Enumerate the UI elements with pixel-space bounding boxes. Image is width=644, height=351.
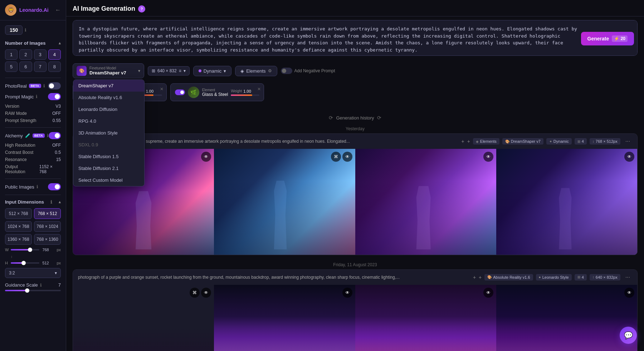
gen-image-1-2-eye-btn[interactable]: 👁: [342, 152, 352, 162]
gen-image-2-2-eye-btn[interactable]: 👁: [342, 288, 352, 298]
dim-btn-1024x768[interactable]: 1024 × 768: [5, 221, 32, 232]
input-dimensions-chevron[interactable]: ▴: [59, 200, 61, 204]
dim-btn-1360x768[interactable]: 1360 × 768: [5, 234, 32, 245]
gen-image-2-1-eye-btn[interactable]: 👁: [201, 288, 211, 298]
gen-row-2-more-btn[interactable]: ···: [623, 273, 632, 281]
num-btn-5[interactable]: 5: [5, 62, 18, 72]
num-images-chevron[interactable]: ▴: [59, 41, 61, 45]
dropdown-item-leonardo-diffusion[interactable]: Leonardo Diffusion: [73, 103, 144, 115]
gen-image-1-3-eye-btn[interactable]: 👁: [483, 152, 493, 162]
num-images-grid: 1 2 3 4 5 6 7 8: [5, 49, 61, 72]
num-btn-6[interactable]: 6: [19, 62, 32, 72]
num-btn-2[interactable]: 2: [19, 49, 32, 60]
alchemy-toggle[interactable]: [49, 132, 61, 139]
gen-row-1-add-btn[interactable]: +: [467, 138, 470, 144]
dropdown-item-3d-animation[interactable]: 3D Animation Style: [73, 127, 144, 139]
resonance-val: 15: [56, 157, 61, 162]
photo-real-label: PhotoReal BETA ℹ: [5, 83, 45, 89]
gen-row-2-expand-btn[interactable]: +: [473, 274, 476, 280]
generate-token-badge: ⚡ 20: [612, 35, 628, 42]
dropdown-item-dreamshaperv7[interactable]: DreamShaper v7: [73, 80, 144, 92]
alchemy-label: Alchemy 🧪 BETA ℹ: [5, 133, 49, 138]
element1-close-button[interactable]: ✕: [160, 87, 164, 92]
gen-image-1-3[interactable]: 👁: [355, 149, 496, 255]
neg-prompt-toggle[interactable]: Add Negative Prompt: [281, 68, 335, 74]
guidance-scale-info-icon[interactable]: ℹ: [40, 283, 42, 288]
dim-btn-768x1024[interactable]: 768 × 1024: [34, 221, 61, 232]
alchemy-info-icon[interactable]: ℹ: [47, 133, 49, 138]
resolution-badge[interactable]: ⊞ 640 × 832 ≡ ▾: [148, 66, 190, 75]
dropdown-item-sd21[interactable]: Stable Diffusion 2.1: [73, 162, 144, 174]
prompt-textarea[interactable]: [73, 20, 638, 56]
token-count: 150: [5, 25, 23, 35]
prompt-magic-toggle[interactable]: [48, 93, 61, 100]
public-images-toggle[interactable]: [48, 183, 61, 190]
version-val: V3: [55, 104, 61, 109]
num-btn-3[interactable]: 3: [34, 49, 47, 60]
style-dot: [199, 69, 201, 72]
num-btn-1[interactable]: 1: [5, 49, 18, 60]
element2-toggle[interactable]: [175, 89, 185, 95]
gen-image-2-1-wand-btn[interactable]: ⌘: [190, 288, 200, 298]
dropdown-item-sd15[interactable]: Stable Diffusion 1.5: [73, 151, 144, 162]
input-dimensions-info-icon[interactable]: ℹ: [50, 200, 52, 205]
num-btn-8[interactable]: 8: [48, 62, 61, 72]
public-images-info-icon[interactable]: ℹ: [36, 184, 38, 189]
dim-btn-512x768[interactable]: 512 × 768: [5, 208, 32, 219]
gen-image-2-3[interactable]: 👁: [355, 285, 496, 351]
sidebar-header: 🦁 Leonardo.Ai ←: [0, 0, 66, 20]
high-res-row: High Resolution OFF: [5, 143, 61, 148]
gen-image-2-2[interactable]: 👁: [214, 285, 355, 351]
gen-image-2-4-actions: 👁: [624, 288, 634, 298]
page-info-button[interactable]: ?: [138, 5, 145, 13]
public-images-row: Public Images ℹ: [5, 183, 61, 190]
photo-real-toggle[interactable]: [48, 82, 61, 89]
gen-image-2-4[interactable]: 👁: [496, 285, 637, 351]
gen-image-1-1-eye-btn[interactable]: 👁: [201, 152, 211, 162]
num-btn-4[interactable]: 4: [48, 49, 61, 60]
gen-image-1-4[interactable]: 👁: [496, 149, 637, 255]
dim-btn-768x1360[interactable]: 768 × 1360: [34, 234, 61, 245]
token-info-icon[interactable]: ℹ: [25, 28, 26, 33]
gen-image-2-1[interactable]: ⌘ 👁: [73, 285, 214, 351]
model-selector[interactable]: 🎨 Finetuned Model DreamShaper v7 ▾ Dream…: [73, 63, 144, 78]
num-btn-7[interactable]: 7: [34, 62, 47, 72]
guidance-slider-track[interactable]: [5, 290, 61, 291]
generation-area[interactable]: ⟳ Generation history ⟳ Yesterday ...wher…: [66, 111, 644, 351]
dim-btn-768x512[interactable]: 768 × 512: [34, 208, 61, 219]
dropdown-item-rpg40[interactable]: RPG 4.0: [73, 115, 144, 127]
gen-row-2-add-btn[interactable]: +: [479, 274, 482, 280]
model-dropdown: DreamShaper v7 Absolute Reality v1.6 Leo…: [73, 79, 145, 186]
chat-bubble-button[interactable]: 💬: [620, 327, 637, 344]
height-slider-track[interactable]: [11, 262, 39, 264]
gen-image-1-4-overlay: 👁: [496, 149, 637, 255]
elements-button[interactable]: ◈ Elements ⚙: [235, 66, 277, 76]
gen-image-1-2[interactable]: ⌘ 👁: [214, 149, 355, 255]
back-button[interactable]: ←: [55, 7, 61, 13]
alchemy-row: Alchemy 🧪 BETA ℹ: [5, 132, 61, 139]
prompt-magic-info-icon[interactable]: ℹ: [36, 94, 38, 99]
element-cards: 🌊 Element Glass & Steel Weight 1.00 ✕ 🌿: [66, 81, 644, 103]
gen-image-2-4-eye-btn[interactable]: 👁: [624, 288, 634, 298]
gen-row-1-res-chip: ↕ 768 × 512px: [590, 138, 620, 145]
gen-row-1-expand-btn[interactable]: +: [461, 138, 464, 144]
element2-weight-bar[interactable]: [231, 94, 259, 96]
gen-row-1-more-btn[interactable]: ···: [623, 137, 632, 145]
raw-mode-row: RAW Mode OFF: [5, 111, 61, 116]
resonance-row: Resonance 15: [5, 157, 61, 162]
sidebar: 🦁 Leonardo.Ai ← 150 ℹ Number of Images ▴…: [0, 0, 66, 351]
dropdown-item-sdxl09: SDXL 0.9: [73, 139, 144, 151]
width-val: 768: [42, 248, 54, 252]
dropdown-item-custom-model[interactable]: Select Custom Model: [73, 174, 144, 186]
element2-close-button[interactable]: ✕: [257, 87, 261, 92]
gen-image-2-3-eye-btn[interactable]: 👁: [483, 288, 493, 298]
aspect-chevron-icon: ▾: [55, 270, 57, 276]
photo-real-info-icon[interactable]: ℹ: [43, 83, 45, 88]
aspect-ratio-select[interactable]: 3:2 ▾: [5, 268, 61, 278]
gen-image-1-2-wand-btn[interactable]: ⌘: [331, 152, 341, 162]
gen-image-1-4-eye-btn[interactable]: 👁: [624, 152, 634, 162]
style-selector[interactable]: Dynamic ▾: [193, 66, 232, 76]
dropdown-item-absolute-reality[interactable]: Absolute Reality v1.6: [73, 92, 144, 103]
width-slider-track[interactable]: [11, 249, 39, 250]
generate-button[interactable]: Generate ⚡ 20: [581, 32, 634, 45]
